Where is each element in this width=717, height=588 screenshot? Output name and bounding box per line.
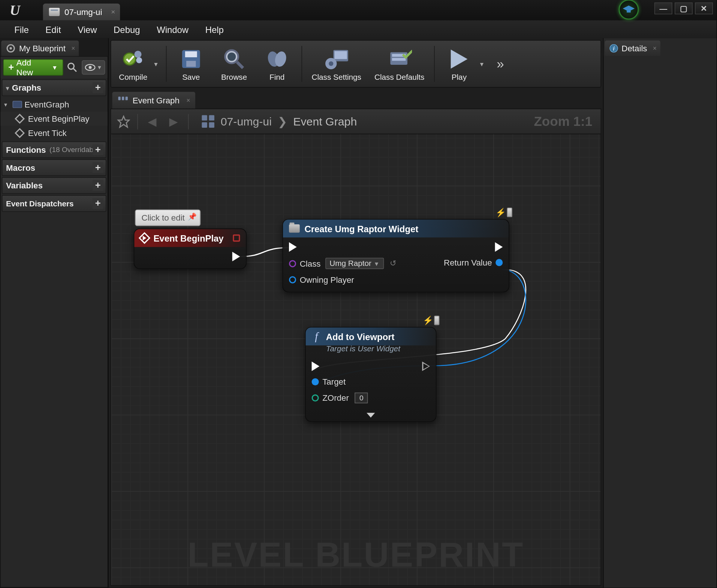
compile-dropdown[interactable]: ▼ [152, 42, 160, 85]
menu-file[interactable]: File [6, 20, 37, 38]
tick-label: Event Tick [28, 128, 67, 137]
search-button[interactable] [65, 60, 79, 75]
add-dispatcher-button[interactable]: + [93, 198, 103, 209]
view-options-button[interactable]: ▼ [82, 60, 105, 75]
menu-debug[interactable]: Debug [105, 20, 148, 38]
menu-edit[interactable]: Edit [37, 20, 69, 38]
close-tab-icon[interactable]: × [111, 8, 115, 16]
tree-event-tick[interactable]: Event Tick [1, 126, 108, 140]
menu-view[interactable]: View [69, 20, 105, 38]
play-dropdown[interactable]: ▼ [478, 42, 486, 85]
target-pin[interactable]: Target [312, 377, 368, 387]
target-label: Target [322, 377, 346, 387]
toolbar-overflow-button[interactable]: » [492, 56, 509, 72]
class-defaults-button[interactable]: Class Defaults [371, 42, 428, 85]
blueprint-book-icon [49, 8, 60, 16]
chevron-down-icon: ▼ [52, 64, 58, 71]
reset-icon[interactable]: ↺ [390, 259, 397, 268]
section-graphs[interactable]: ▾ Graphs + [2, 79, 106, 96]
save-button[interactable]: Save [172, 42, 210, 85]
owning-player-pin[interactable]: Owning Player [289, 275, 396, 284]
add-macro-button[interactable]: + [93, 162, 103, 173]
add-new-label: Add New [16, 58, 49, 77]
section-macros[interactable]: Macros + [2, 159, 106, 176]
class-settings-label: Class Settings [312, 73, 361, 82]
maximize-button[interactable]: ▢ [675, 2, 693, 14]
section-functions[interactable]: Functions (18 Overridable) + [2, 142, 106, 158]
my-blueprint-tab[interactable]: My Blueprint × [1, 40, 79, 56]
save-icon [178, 46, 204, 71]
graph-canvas[interactable]: ◄ ► 07-umg-ui ❯ Event Graph Zoom 1:1 Cli… [111, 109, 601, 586]
add-function-button[interactable]: + [93, 145, 103, 155]
add-variable-button[interactable]: + [93, 180, 103, 191]
close-panel-icon[interactable]: × [653, 45, 657, 52]
node-subtitle: Target is User Widget [306, 344, 436, 357]
zorder-input[interactable]: 0 [355, 392, 368, 403]
play-button[interactable]: Play [440, 42, 478, 85]
section-variables[interactable]: Variables + [2, 177, 106, 194]
event-graph-tab[interactable]: Event Graph × [112, 92, 195, 109]
document-tab[interactable]: 07-umg-ui × [43, 4, 120, 21]
window-titlebar: U 07-umg-ui × — ▢ ✕ [0, 0, 717, 20]
play-icon [446, 46, 472, 71]
find-icon [265, 46, 290, 71]
svg-point-22 [328, 61, 333, 66]
node-event-begin-play[interactable]: Event BeginPlay [134, 228, 247, 269]
menu-window[interactable]: Window [148, 20, 197, 38]
exec-out-pin[interactable] [232, 252, 240, 261]
function-icon: f [312, 332, 321, 341]
svg-rect-20 [334, 51, 347, 59]
breakpoint-badge-icon: ⚡ [423, 316, 440, 329]
zorder-pin[interactable]: ZOrder 0 [312, 392, 368, 403]
eye-icon [85, 64, 96, 71]
compile-button[interactable]: Compile [115, 42, 152, 85]
breadcrumb-root[interactable]: 07-umg-ui [221, 115, 272, 128]
tree-event-begin-play[interactable]: Event BeginPlay [1, 112, 108, 126]
node-add-to-viewport[interactable]: ⚡ f Add to Viewport Target is User Widge… [305, 327, 436, 422]
class-pin[interactable]: Class Umg Raptor ▼ ↺ [289, 258, 396, 269]
class-settings-button[interactable]: Class Settings [308, 42, 365, 85]
nav-back-button[interactable]: ◄ [145, 113, 159, 130]
svg-point-4 [68, 63, 74, 69]
owning-player-label: Owning Player [300, 275, 354, 284]
expand-node-icon[interactable] [367, 413, 375, 418]
exec-out-pin[interactable] [495, 242, 503, 252]
return-value-label: Return Value [444, 258, 492, 267]
favorite-star-icon[interactable] [117, 115, 130, 128]
add-graph-button[interactable]: + [93, 82, 103, 93]
menu-help[interactable]: Help [197, 20, 232, 38]
exec-in-pin[interactable] [289, 242, 396, 252]
folder-icon [289, 224, 300, 233]
tree-event-graph[interactable]: ▾ EventGraph [1, 97, 108, 112]
event-graph-tab-label: Event Graph [133, 96, 180, 105]
browse-button[interactable]: Browse [216, 42, 253, 85]
svg-point-15 [228, 52, 236, 60]
class-value[interactable]: Umg Raptor ▼ [325, 258, 383, 269]
exec-out-pin[interactable] [422, 361, 430, 371]
svg-point-3 [9, 47, 12, 49]
document-tab-label: 07-umg-ui [64, 7, 102, 16]
return-value-pin[interactable]: Return Value [444, 258, 503, 267]
browse-icon [222, 46, 247, 71]
node-status-icon [233, 234, 240, 242]
details-tab[interactable]: i Details × [605, 40, 660, 56]
svg-rect-25 [392, 58, 406, 61]
add-new-button[interactable]: + Add New ▼ [3, 59, 63, 76]
svg-marker-26 [451, 49, 468, 68]
toolbar: Compile ▼ Save Browse Find Class Setting… [111, 40, 601, 88]
svg-point-8 [124, 53, 136, 65]
graph-icon [202, 115, 215, 127]
nav-forward-button[interactable]: ► [166, 113, 181, 130]
my-blueprint-tab-label: My Blueprint [19, 43, 66, 53]
tutorial-hat-button[interactable] [618, 0, 639, 20]
event-icon [15, 128, 25, 138]
find-button[interactable]: Find [259, 42, 296, 85]
edit-tooltip[interactable]: Click to edit 📌 [135, 209, 201, 226]
close-window-button[interactable]: ✕ [695, 2, 713, 14]
minimize-button[interactable]: — [654, 2, 672, 14]
exec-in-pin[interactable] [312, 361, 368, 371]
close-panel-icon[interactable]: × [71, 45, 75, 52]
node-create-widget[interactable]: ⚡ Create Umg Raptor Widget Class Umg Rap… [282, 219, 509, 293]
close-tab-icon[interactable]: × [186, 97, 190, 104]
section-dispatchers[interactable]: Event Dispatchers + [2, 195, 106, 212]
